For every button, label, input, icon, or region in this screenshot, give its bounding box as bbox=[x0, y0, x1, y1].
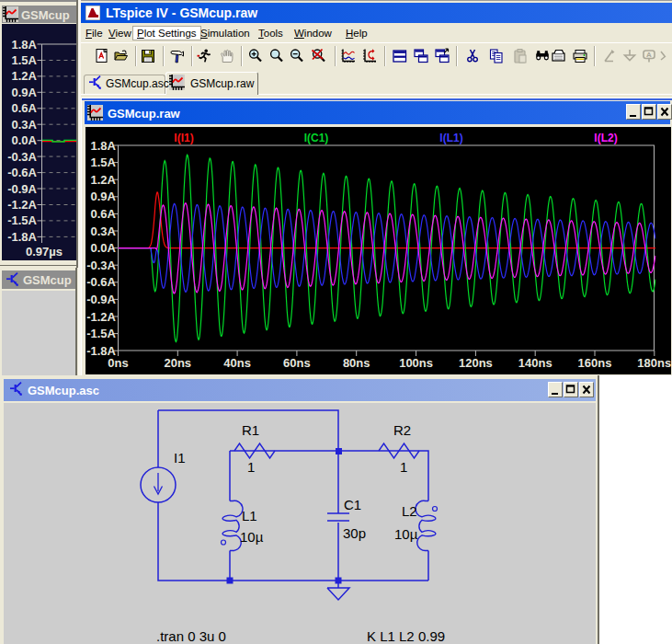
svg-text:1.5A: 1.5A bbox=[91, 155, 117, 169]
svg-text:R2: R2 bbox=[393, 422, 411, 438]
svg-text:.tran 0 3u 0: .tran 0 3u 0 bbox=[156, 628, 226, 644]
svg-text:-0.6A: -0.6A bbox=[7, 166, 37, 179]
svg-text:L2: L2 bbox=[402, 503, 417, 519]
svg-text:80ns: 80ns bbox=[343, 356, 370, 370]
svg-text:I(L1): I(L1) bbox=[439, 132, 462, 144]
svg-text:-0.9A: -0.9A bbox=[7, 182, 37, 196]
svg-text:-1.8A: -1.8A bbox=[7, 230, 37, 244]
svg-text:0.9A: 0.9A bbox=[12, 86, 38, 99]
svg-text:0.0A: 0.0A bbox=[12, 133, 38, 147]
svg-text:R1: R1 bbox=[242, 422, 259, 438]
svg-text:30p: 30p bbox=[343, 525, 366, 541]
svg-text:1.2A: 1.2A bbox=[12, 69, 38, 83]
svg-text:I(C1): I(C1) bbox=[304, 132, 329, 144]
svg-text:1.8A: 1.8A bbox=[12, 38, 38, 52]
svg-text:60ns: 60ns bbox=[283, 356, 311, 370]
svg-text:0.6A: 0.6A bbox=[91, 207, 117, 221]
svg-text:10µ: 10µ bbox=[394, 526, 418, 542]
svg-text:1.8A: 1.8A bbox=[91, 139, 117, 153]
svg-text:A: A bbox=[646, 51, 652, 59]
svg-text:10µ: 10µ bbox=[240, 529, 264, 545]
svg-text:I(I1): I(I1) bbox=[174, 132, 193, 144]
svg-text:0.3A: 0.3A bbox=[91, 224, 117, 238]
svg-text:L1: L1 bbox=[242, 508, 257, 523]
svg-text:0.0A: 0.0A bbox=[91, 241, 117, 255]
svg-text:20ns: 20ns bbox=[164, 356, 191, 370]
svg-text:-1.5A: -1.5A bbox=[86, 327, 116, 340]
svg-text:140ns: 140ns bbox=[518, 356, 552, 370]
svg-text:C1: C1 bbox=[344, 497, 361, 512]
svg-text:-0.9A: -0.9A bbox=[86, 293, 116, 306]
svg-text:0.9A: 0.9A bbox=[91, 190, 117, 203]
svg-text:0.97µs: 0.97µs bbox=[26, 245, 63, 259]
svg-text:100ns: 100ns bbox=[399, 356, 433, 370]
svg-text:180ns: 180ns bbox=[637, 356, 671, 370]
svg-text:-1.2A: -1.2A bbox=[86, 310, 116, 324]
svg-text:I(L2): I(L2) bbox=[594, 132, 617, 144]
svg-text:-0.6A: -0.6A bbox=[86, 275, 116, 289]
svg-text:160ns: 160ns bbox=[578, 356, 612, 370]
svg-text:-1.2A: -1.2A bbox=[7, 198, 37, 212]
svg-text:120ns: 120ns bbox=[459, 356, 493, 370]
svg-text:-1.5A: -1.5A bbox=[7, 213, 37, 227]
svg-text:-0.3A: -0.3A bbox=[86, 259, 116, 272]
svg-text:0ns: 0ns bbox=[108, 356, 128, 370]
svg-text:1.2A: 1.2A bbox=[91, 173, 117, 187]
svg-text:-0.3A: -0.3A bbox=[7, 150, 37, 164]
svg-text:1.5A: 1.5A bbox=[12, 53, 38, 67]
svg-text:K L1 L2 0.99: K L1 L2 0.99 bbox=[367, 628, 445, 644]
svg-text:0.6A: 0.6A bbox=[12, 101, 38, 115]
svg-text:1: 1 bbox=[247, 459, 255, 475]
svg-text:0.3A: 0.3A bbox=[12, 118, 38, 132]
svg-text:40ns: 40ns bbox=[223, 356, 251, 370]
svg-text:1: 1 bbox=[400, 459, 407, 475]
svg-text:I1: I1 bbox=[174, 450, 186, 466]
